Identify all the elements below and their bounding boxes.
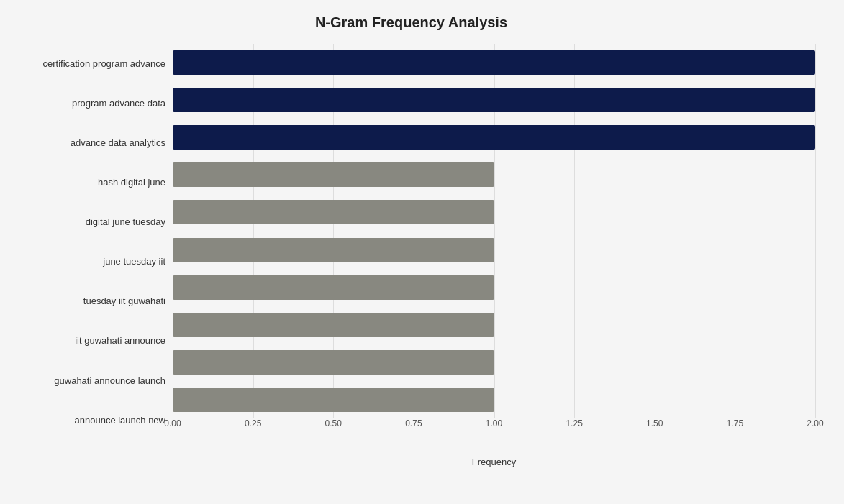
y-label: tuesday iit guwahati (83, 282, 165, 321)
bars-container (173, 44, 815, 440)
y-label: digital june tuesday (86, 202, 165, 242)
bar-dark (173, 125, 815, 150)
y-label: program advance data (72, 83, 165, 123)
bar-row (173, 47, 815, 78)
bar-gray (173, 200, 494, 224)
bar-row (173, 384, 815, 416)
bar-row (173, 234, 815, 266)
bar-row (173, 347, 815, 378)
chart-container: N-Gram Frequency Analysis certification … (0, 0, 844, 504)
y-label: announce launch new (75, 400, 166, 440)
bar-row (173, 272, 815, 303)
y-labels: certification program advanceprogram adv… (7, 44, 173, 440)
y-label: advance data analytics (71, 123, 165, 162)
y-label: iit guwahati announce (75, 321, 165, 361)
bar-row (173, 309, 815, 341)
bar-gray (173, 388, 494, 412)
bar-gray (173, 162, 494, 187)
bar-gray (173, 350, 494, 375)
plot-area: Frequency 0.000.250.500.751.001.251.501.… (173, 44, 815, 440)
bar-dark (173, 50, 815, 75)
bar-gray (173, 238, 494, 262)
bar-row (173, 84, 815, 116)
bar-row (173, 159, 815, 191)
y-label: hash digital june (98, 162, 165, 202)
y-label: june tuesday iit (103, 242, 165, 281)
bar-row (173, 196, 815, 228)
y-label: guwahati announce launch (54, 361, 165, 400)
y-label: certification program advance (42, 44, 165, 83)
bar-dark (173, 88, 815, 112)
x-axis-label: Frequency (472, 457, 516, 467)
bar-gray (173, 275, 494, 300)
chart-area: certification program advanceprogram adv… (7, 44, 815, 440)
bar-row (173, 122, 815, 153)
bar-gray (173, 313, 494, 337)
chart-title: N-Gram Frequency Analysis (7, 14, 815, 31)
